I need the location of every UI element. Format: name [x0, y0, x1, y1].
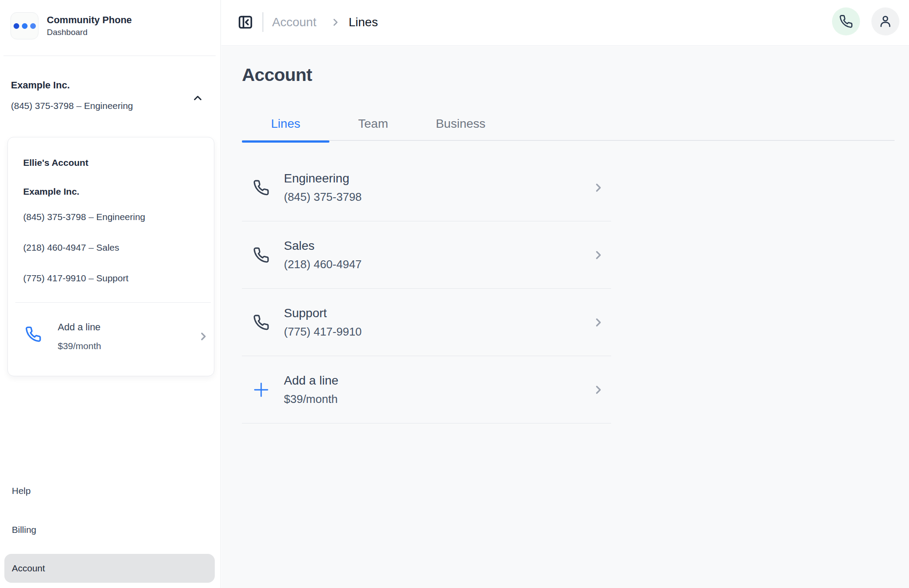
- add-line-label: Add a line: [58, 322, 101, 333]
- org-name: Example Inc.: [11, 80, 70, 91]
- phone-icon: [252, 314, 271, 331]
- tab-team[interactable]: Team: [329, 107, 417, 140]
- line-row-engineering[interactable]: Engineering (845) 375-3798: [242, 154, 611, 221]
- card-divider: [15, 302, 211, 303]
- tab-business[interactable]: Business: [417, 107, 504, 140]
- account-line-option[interactable]: (845) 375-3798 – Engineering: [23, 212, 145, 222]
- account-company: Example Inc.: [23, 186, 79, 197]
- account-line-option[interactable]: (775) 417-9910 – Support: [23, 273, 129, 284]
- page-title: Account: [242, 65, 312, 85]
- breadcrumb-separator: [262, 12, 263, 32]
- brand: Community Phone Dashboard: [10, 12, 132, 39]
- content: Account Lines Team Business Engineering …: [221, 46, 909, 588]
- sidebar-item-billing[interactable]: Billing: [12, 525, 36, 535]
- line-number: (775) 417-9910: [284, 325, 362, 339]
- add-line-price: $39/month: [284, 392, 339, 406]
- app-window: Community Phone Dashboard Example Inc. (…: [0, 0, 909, 588]
- phone-icon: [252, 179, 271, 196]
- tab-lines[interactable]: Lines: [242, 107, 329, 140]
- phone-icon: [839, 14, 853, 28]
- add-line-row[interactable]: Add a line $39/month: [242, 356, 611, 424]
- account-owner: Ellie's Account: [23, 158, 88, 168]
- sidebar-item-account-label: Account: [12, 563, 45, 574]
- sidebar: Community Phone Dashboard Example Inc. (…: [0, 0, 221, 588]
- breadcrumb-parent[interactable]: Account: [272, 15, 316, 29]
- org-switcher[interactable]: Example Inc. (845) 375-3798 – Engineerin…: [0, 74, 221, 122]
- add-line-label: Add a line: [284, 374, 339, 388]
- brand-subtitle: Dashboard: [47, 28, 132, 37]
- sidebar-divider: [3, 56, 216, 56]
- phone-icon: [252, 247, 271, 263]
- account-line-option[interactable]: (218) 460-4947 – Sales: [23, 242, 119, 253]
- org-current-line: (845) 375-3798 – Engineering: [11, 101, 133, 111]
- chevron-right-icon: [330, 17, 341, 28]
- line-number: (845) 375-3798: [284, 190, 362, 204]
- profile-button[interactable]: [871, 7, 899, 35]
- sidebar-item-help[interactable]: Help: [12, 486, 31, 496]
- call-button[interactable]: [832, 7, 860, 35]
- main-area: Account Lines Account Lines Team Bu: [221, 0, 909, 588]
- chevron-right-icon: [592, 248, 605, 262]
- topbar-actions: [832, 7, 899, 35]
- chevron-right-icon: [592, 181, 605, 194]
- chevron-right-icon: [592, 316, 605, 329]
- chevron-right-icon: [197, 330, 210, 343]
- account-switcher-card: Ellie's Account Example Inc. (845) 375-3…: [7, 137, 214, 376]
- line-name: Engineering: [284, 172, 362, 186]
- tab-bar-divider: [242, 140, 895, 141]
- brand-title: Community Phone: [47, 14, 132, 26]
- line-number: (218) 460-4947: [284, 258, 362, 271]
- add-line-price: $39/month: [58, 341, 101, 351]
- chevron-up-icon: [192, 92, 204, 104]
- phone-icon: [25, 326, 42, 343]
- tab-bar: Lines Team Business: [242, 107, 504, 140]
- user-icon: [878, 14, 893, 29]
- sidebar-collapse-icon[interactable]: [238, 14, 255, 32]
- topbar: Account Lines: [221, 0, 909, 46]
- line-row-support[interactable]: Support (775) 417-9910: [242, 289, 611, 356]
- chevron-right-icon: [592, 383, 605, 396]
- breadcrumb-current: Lines: [349, 15, 378, 29]
- line-name: Sales: [284, 239, 362, 253]
- community-phone-logo-icon: [10, 12, 38, 39]
- plus-icon: [252, 380, 271, 400]
- sidebar-item-account[interactable]: Account: [4, 554, 215, 583]
- sidebar-add-line-button[interactable]: Add a line $39/month: [8, 310, 215, 363]
- line-list: Engineering (845) 375-3798 Sales (218) 4…: [242, 154, 611, 424]
- line-row-sales[interactable]: Sales (218) 460-4947: [242, 221, 611, 289]
- line-name: Support: [284, 306, 362, 320]
